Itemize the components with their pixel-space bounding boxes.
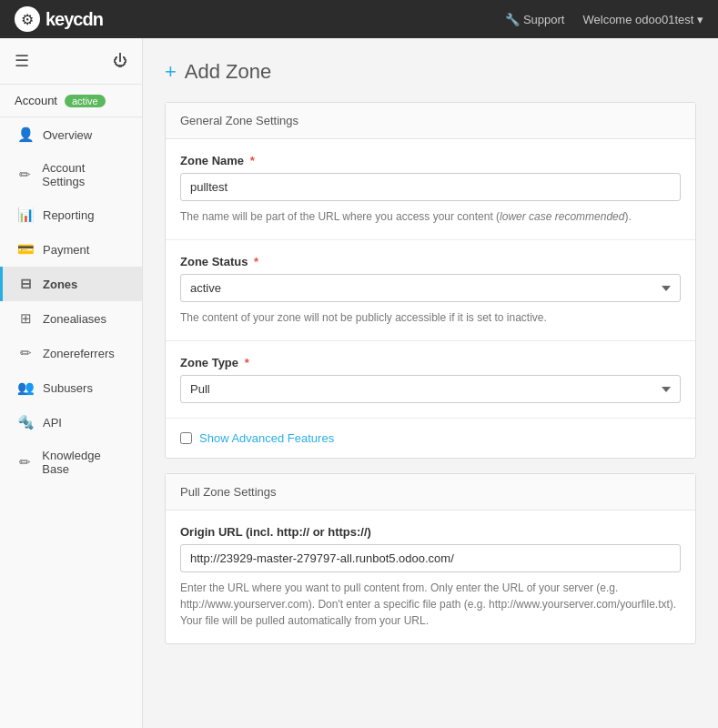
show-advanced-features-label[interactable]: Show Advanced Features [199,431,334,445]
overview-icon: 👤 [17,126,34,143]
zone-status-required: * [254,255,258,268]
zone-name-section: Zone Name * The name will be part of the… [166,139,695,240]
sidebar-item-api[interactable]: 🔩 API [0,405,142,440]
zone-status-section: Zone Status * active inactive The conten… [166,240,695,341]
origin-url-section: Origin URL (incl. http:// or https://) E… [166,511,695,643]
sidebar-item-label: Payment [43,243,89,257]
zone-name-helper: The name will be part of the URL where y… [180,208,681,225]
sidebar-item-label: Account Settings [42,161,127,188]
account-badge: active [65,95,106,107]
support-link[interactable]: Support [505,13,565,26]
origin-url-label: Origin URL (incl. http:// or https://) [180,525,681,539]
welcome-text[interactable]: Welcome odoo01test ▾ [582,13,703,26]
zone-type-label: Zone Type * [180,356,681,369]
zone-name-label: Zone Name * [180,154,681,167]
sidebar-item-label: Subusers [43,381,93,395]
zone-type-required: * [245,356,249,369]
welcome-dropdown-icon: ▾ [697,13,703,26]
zone-status-select[interactable]: active inactive [180,274,681,302]
sidebar-item-label: Knowledge Base [42,449,127,476]
zone-name-required: * [250,154,255,167]
payment-icon: 💳 [17,241,34,258]
logo-icon [15,6,40,32]
pull-zone-settings-card: Pull Zone Settings Origin URL (incl. htt… [165,473,696,644]
account-settings-icon: ✏ [17,167,33,183]
logo[interactable]: keycdn [15,6,103,32]
sidebar: ☰ ⏻ Account active 👤 Overview ✏ Account … [0,38,143,728]
sidebar-item-label: Zones [43,278,77,291]
origin-url-input[interactable] [180,544,681,572]
sidebar-item-payment[interactable]: 💳 Payment [0,232,142,267]
sidebar-item-reporting[interactable]: 📊 Reporting [0,197,142,232]
api-icon: 🔩 [17,414,34,430]
zone-type-select[interactable]: Pull Push [180,375,681,403]
zone-name-input[interactable] [180,173,681,201]
zones-icon: ⊟ [17,276,34,292]
zone-status-helper: The content of your zone will not be pub… [180,309,681,326]
page-title: + Add Zone [165,60,696,84]
plus-icon: + [165,60,177,83]
sidebar-item-label: Zonereferrers [43,347,115,360]
zone-status-label: Zone Status * [180,255,681,268]
account-section: Account active [0,85,142,117]
power-icon[interactable]: ⏻ [113,53,127,69]
logo-text: keycdn [46,9,103,30]
zonereferrers-icon: ✏ [17,345,34,361]
support-label: Support [523,13,565,26]
main-content: + Add Zone General Zone Settings Zone Na… [143,38,718,728]
sidebar-item-label: Zonealiases [43,312,106,326]
advanced-features-section: Show Advanced Features [166,419,695,458]
top-nav-right: Support Welcome odoo01test ▾ [505,13,703,26]
sidebar-item-label: API [43,416,62,430]
general-zone-settings-card: General Zone Settings Zone Name * The na… [165,102,696,459]
sidebar-item-account-settings[interactable]: ✏ Account Settings [0,152,142,197]
sidebar-item-overview[interactable]: 👤 Overview [0,117,142,152]
subusers-icon: 👥 [17,379,34,396]
wrench-icon [505,13,520,26]
sidebar-item-zonereferrers[interactable]: ✏ Zonereferrers [0,336,142,370]
sidebar-item-zones[interactable]: ⊟ Zones [0,267,142,301]
sidebar-item-subusers[interactable]: 👥 Subusers [0,370,142,405]
sidebar-item-label: Overview [43,128,92,142]
origin-url-helper: Enter the URL where you want to pull con… [180,580,681,629]
show-advanced-features-checkbox[interactable] [180,432,192,444]
top-navigation: keycdn Support Welcome odoo01test ▾ [0,0,718,38]
account-label: Account [15,94,57,107]
pull-zone-settings-header: Pull Zone Settings [166,474,695,511]
sidebar-item-label: Reporting [43,208,94,222]
general-zone-settings-header: General Zone Settings [166,103,695,139]
sidebar-item-zonealiases[interactable]: ⊞ Zonealiases [0,301,142,336]
reporting-icon: 📊 [17,207,34,223]
sidebar-top: ☰ ⏻ [0,38,142,85]
zone-type-section: Zone Type * Pull Push [166,341,695,419]
knowledge-base-icon: ✏ [17,454,33,470]
zonealiases-icon: ⊞ [17,310,34,327]
hamburger-icon[interactable]: ☰ [15,51,29,71]
sidebar-item-knowledge-base[interactable]: ✏ Knowledge Base [0,440,142,485]
main-layout: ☰ ⏻ Account active 👤 Overview ✏ Account … [0,38,718,728]
